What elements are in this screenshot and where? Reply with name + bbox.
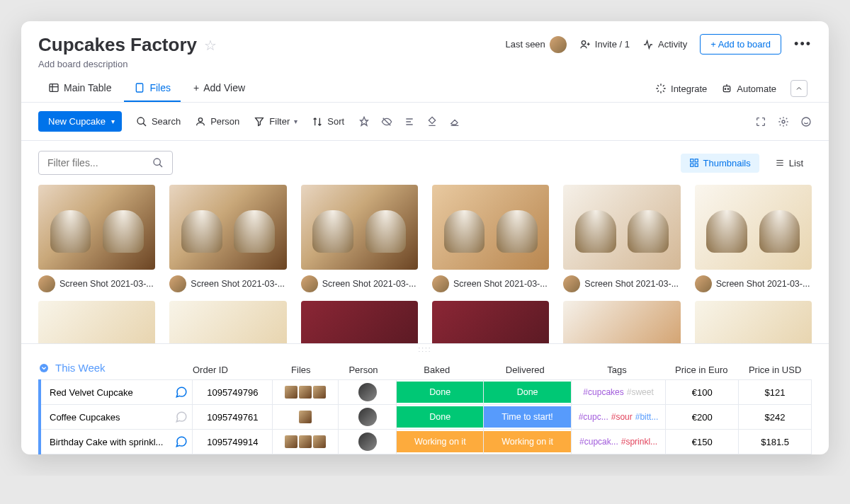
fullscreen-icon[interactable] (755, 116, 766, 127)
file-thumbnail[interactable]: Screen Shot 2021-03-... (695, 185, 812, 292)
svg-rect-2 (137, 84, 143, 92)
file-thumbnail[interactable] (169, 301, 286, 343)
person-filter-button[interactable]: Person (195, 116, 239, 127)
person-add-icon (579, 39, 591, 50)
file-name: Screen Shot 2021-03-... (453, 279, 548, 289)
file-thumbnail[interactable] (38, 301, 155, 343)
file-thumbnail[interactable] (695, 301, 812, 343)
integrate-icon (655, 83, 667, 94)
svg-rect-11 (690, 159, 693, 162)
search-button[interactable]: Search (136, 116, 181, 127)
smiley-icon[interactable] (800, 116, 812, 127)
activity-icon (642, 39, 654, 50)
resize-handle[interactable]: :::: (21, 343, 829, 355)
thumbnail-image (563, 185, 680, 270)
plus-icon: + (193, 82, 199, 93)
file-name: Screen Shot 2021-03-... (322, 279, 416, 289)
automate-button[interactable]: Automate (721, 83, 776, 94)
table-section: This Week Order ID Files Person Baked De… (21, 355, 829, 454)
svg-rect-14 (695, 164, 698, 166)
file-thumbnail[interactable] (432, 301, 549, 343)
tab-files[interactable]: Files (124, 75, 181, 102)
svg-point-7 (198, 118, 202, 121)
file-thumbnail[interactable] (563, 301, 680, 343)
file-name: Screen Shot 2021-03-... (716, 279, 810, 289)
table-row[interactable]: Coffee Cupcakes 1095749761 Done Time to … (40, 405, 812, 430)
activity-button[interactable]: Activity (642, 39, 687, 50)
sort-button[interactable]: Sort (312, 116, 344, 127)
board-description[interactable]: Add board description (38, 59, 217, 69)
col-delivered[interactable]: Delivered (481, 360, 570, 379)
files-icon (134, 82, 145, 93)
table-icon (48, 82, 60, 93)
board-header: Cupcakes Factory ☆ Add board description… (21, 21, 829, 75)
invite-button[interactable]: Invite / 1 (579, 39, 630, 50)
search-icon (152, 157, 164, 168)
file-thumbnail[interactable]: Screen Shot 2021-03-... (432, 185, 549, 292)
table-header-row: Order ID Files Person Baked Delivered Ta… (187, 360, 812, 379)
col-price-eur[interactable]: Price in Euro (664, 360, 738, 379)
hide-icon[interactable] (381, 116, 392, 127)
svg-rect-13 (690, 164, 693, 166)
svg-point-15 (40, 364, 48, 372)
col-files[interactable]: Files (268, 360, 334, 379)
thumbnails-view-button[interactable]: Thumbnails (681, 154, 759, 173)
more-icon[interactable]: ••• (794, 37, 812, 52)
col-person[interactable]: Person (334, 360, 393, 379)
avatar-icon (358, 433, 377, 451)
chevron-down-icon (38, 362, 50, 374)
file-gallery: Screen Shot 2021-03-... Screen Shot 2021… (21, 185, 829, 301)
col-price-usd[interactable]: Price in USD (738, 360, 812, 379)
thumbnail-image (38, 185, 155, 270)
file-thumbnail[interactable]: Screen Shot 2021-03-... (169, 185, 286, 292)
file-name: Screen Shot 2021-03-... (584, 279, 679, 289)
file-thumbnail[interactable]: Screen Shot 2021-03-... (301, 185, 418, 292)
file-name: Screen Shot 2021-03-... (60, 279, 154, 289)
person-icon (195, 116, 206, 127)
grid-icon (689, 158, 699, 168)
file-thumbnail[interactable]: Screen Shot 2021-03-... (563, 185, 680, 292)
svg-point-4 (725, 88, 726, 89)
col-order-id[interactable]: Order ID (187, 360, 268, 379)
color-icon[interactable] (426, 116, 438, 127)
new-item-button[interactable]: New Cupcake ▾ (38, 111, 122, 132)
file-thumbnail[interactable] (301, 301, 418, 343)
star-icon[interactable]: ☆ (204, 37, 217, 54)
filter-button[interactable]: Filter ▾ (254, 116, 298, 127)
tab-main-table[interactable]: Main Table (38, 75, 121, 102)
gear-icon[interactable] (778, 116, 789, 127)
eraser-icon[interactable] (449, 116, 460, 127)
file-thumbnail[interactable]: Screen Shot 2021-03-... (38, 185, 155, 292)
board-title: Cupcakes Factory (38, 34, 197, 56)
thumbnail-image (432, 185, 549, 270)
last-seen[interactable]: Last seen (505, 36, 566, 53)
svg-point-10 (154, 159, 160, 165)
svg-point-6 (137, 118, 144, 124)
avatar-icon (563, 275, 580, 292)
chat-icon[interactable] (175, 411, 188, 423)
collapse-button[interactable] (790, 80, 808, 97)
avatar-icon (38, 275, 55, 292)
avatar-icon (695, 275, 712, 292)
filter-icon (254, 116, 265, 127)
table-row[interactable]: Red Velvet Cupcake 1095749796 Done Done … (40, 380, 812, 405)
chat-icon[interactable] (175, 435, 188, 448)
col-baked[interactable]: Baked (393, 360, 482, 379)
col-tags[interactable]: Tags (570, 360, 665, 379)
avatar-icon (358, 383, 377, 401)
pin-icon[interactable] (358, 116, 370, 127)
height-icon[interactable] (404, 116, 415, 127)
list-view-button[interactable]: List (766, 154, 812, 173)
file-name: Screen Shot 2021-03-... (191, 279, 285, 289)
integrate-button[interactable]: Integrate (655, 83, 707, 94)
chat-icon[interactable] (175, 386, 188, 399)
svg-rect-12 (695, 159, 698, 162)
group-header[interactable]: This Week (38, 362, 187, 378)
list-icon (775, 158, 785, 168)
add-to-board-button[interactable]: + Add to board (700, 34, 781, 55)
sort-icon (312, 116, 323, 127)
view-tabs: Main Table Files + Add View Integrate Au… (21, 75, 829, 103)
filter-files-input[interactable] (38, 151, 173, 175)
tab-add-view[interactable]: + Add View (183, 75, 255, 102)
table-row[interactable]: Birthday Cake with sprinkl... 1095749914… (40, 430, 812, 454)
